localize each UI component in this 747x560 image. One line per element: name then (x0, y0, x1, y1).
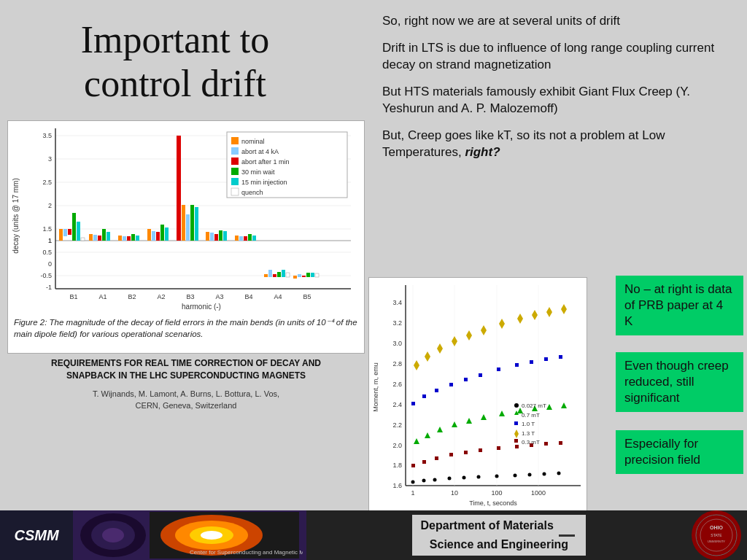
svg-rect-69 (264, 274, 268, 277)
svg-text:0.027 mT: 0.027 mT (522, 402, 546, 409)
svg-text:2: 2 (48, 202, 52, 209)
svg-text:2.6: 2.6 (392, 381, 402, 388)
svg-rect-43 (107, 232, 110, 241)
svg-text:A3: A3 (215, 293, 223, 300)
svg-text:1.8: 1.8 (392, 462, 402, 469)
svg-rect-46 (127, 236, 131, 241)
svg-text:decay (units @ 17 mm): decay (units @ 17 mm) (12, 178, 20, 254)
svg-rect-66 (244, 236, 247, 241)
svg-text:0: 0 (48, 260, 52, 268)
svg-point-119 (433, 478, 437, 482)
svg-point-117 (411, 481, 415, 484)
svg-point-120 (448, 477, 452, 481)
authors-text: T. Wijnands, M. Lamont, A. Burns, L. Bot… (7, 388, 365, 412)
svg-rect-44 (118, 236, 122, 241)
svg-rect-155 (479, 373, 482, 377)
svg-text:3.2: 3.2 (392, 319, 402, 327)
svg-text:3.5: 3.5 (42, 132, 52, 139)
svg-point-127 (557, 472, 561, 475)
svg-text:1: 1 (48, 237, 52, 244)
dept-text: Department of Materials Science and Engi… (412, 515, 587, 556)
svg-rect-42 (102, 229, 106, 241)
svg-rect-152 (435, 389, 438, 392)
svg-text:B4: B4 (244, 293, 252, 300)
svg-rect-62 (219, 230, 222, 241)
svg-rect-47 (131, 234, 135, 241)
svg-rect-75 (293, 276, 297, 279)
svg-rect-137 (544, 442, 548, 446)
svg-rect-150 (411, 402, 415, 405)
scatter-chart-svg: 1.6 1.8 2.0 2.2 2.4 2.6 2.8 3.0 3.2 3.4 … (369, 278, 587, 518)
svg-rect-86 (231, 158, 239, 165)
svg-point-172 (514, 403, 519, 408)
svg-rect-134 (497, 446, 500, 450)
svg-rect-51 (156, 232, 160, 241)
svg-rect-64 (235, 236, 239, 241)
svg-rect-39 (89, 234, 93, 241)
svg-rect-41 (98, 236, 101, 241)
right-para-4: But, Creep goes like kT, so its not a pr… (382, 128, 732, 161)
svg-rect-160 (559, 355, 562, 359)
svg-rect-151 (422, 394, 426, 398)
svg-point-189 (201, 531, 222, 540)
svg-point-123 (495, 475, 499, 478)
svg-rect-84 (231, 147, 239, 155)
svg-rect-129 (422, 460, 426, 464)
svg-rect-135 (515, 445, 519, 448)
svg-text:-0.5: -0.5 (40, 272, 52, 279)
svg-text:1.3 T: 1.3 T (522, 430, 535, 437)
svg-rect-153 (449, 383, 453, 386)
svg-text:A4: A4 (274, 293, 282, 300)
svg-point-125 (528, 473, 532, 477)
svg-rect-180 (514, 439, 518, 443)
dept-line1: Department of Materials (421, 519, 578, 532)
svg-text:Time, t, seconds: Time, t, seconds (469, 499, 517, 507)
svg-point-126 (543, 472, 546, 476)
svg-text:OHIO: OHIO (710, 525, 723, 530)
svg-rect-48 (136, 236, 139, 241)
svg-rect-34 (63, 229, 67, 236)
svg-rect-72 (277, 272, 281, 277)
bar-chart-svg: 3.5 3 2.5 2 1.5 1 0.5 1 0 -0.5 -1 decay … (8, 121, 365, 311)
svg-text:A1: A1 (98, 293, 107, 300)
svg-text:nominal: nominal (241, 138, 265, 145)
dept-line2: Science and Engineering (430, 538, 568, 551)
svg-rect-73 (282, 270, 285, 277)
svg-rect-154 (464, 378, 468, 381)
svg-text:1.5: 1.5 (42, 225, 52, 233)
svg-point-184 (102, 528, 124, 542)
svg-text:B5: B5 (303, 293, 311, 300)
svg-text:10: 10 (451, 489, 458, 497)
right-para-1: So, right now we are at several units of… (382, 13, 732, 30)
svg-text:2.5: 2.5 (42, 179, 52, 186)
svg-point-122 (477, 475, 481, 479)
svg-rect-33 (59, 229, 63, 241)
svg-text:harmonic (-): harmonic (-) (182, 303, 221, 311)
svg-rect-50 (152, 231, 155, 241)
svg-rect-45 (123, 236, 126, 241)
svg-rect-74 (286, 273, 290, 277)
svg-text:2.8: 2.8 (392, 360, 402, 368)
svg-text:1: 1 (411, 489, 414, 497)
svg-text:abort at 4 kA: abort at 4 kA (241, 148, 279, 155)
svg-rect-49 (147, 229, 151, 241)
svg-rect-52 (160, 225, 164, 241)
svg-text:STATE: STATE (711, 533, 722, 537)
slide-container: Important to control drift So, right now… (0, 0, 747, 560)
svg-text:3.0: 3.0 (392, 340, 402, 347)
callout-box-3: Especially for precision field (616, 430, 743, 474)
callout-box-1: No – at right is data of PRB paper at 4 … (616, 276, 743, 335)
title-area: Important to control drift (0, 0, 350, 124)
svg-text:3: 3 (48, 155, 52, 163)
svg-rect-71 (273, 274, 276, 277)
svg-rect-159 (544, 357, 548, 361)
svg-rect-57 (190, 205, 194, 241)
scatter-chart-area: 1.6 1.8 2.0 2.2 2.4 2.6 2.8 3.0 3.2 3.4 … (368, 277, 587, 518)
right-panel: So, right now we are at several units of… (375, 0, 747, 284)
svg-rect-40 (93, 235, 97, 241)
svg-rect-77 (302, 276, 306, 277)
svg-text:-1: -1 (46, 284, 52, 291)
svg-text:0.5: 0.5 (42, 249, 52, 256)
svg-text:2.2: 2.2 (392, 421, 402, 429)
svg-point-124 (514, 474, 517, 478)
